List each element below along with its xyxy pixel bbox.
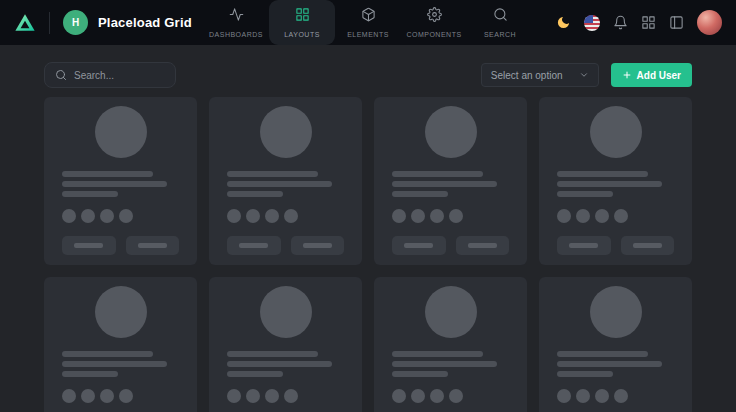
nav-item-elements[interactable]: ELEMENTS	[335, 0, 401, 45]
placeload-card	[539, 97, 692, 265]
nav-label: DASHBOARDS	[209, 31, 263, 38]
nav-item-search[interactable]: SEARCH	[467, 0, 533, 45]
dot-placeholder	[557, 389, 571, 403]
navbar-actions	[556, 10, 722, 35]
dot-placeholder	[119, 389, 133, 403]
avatar-placeholder	[590, 106, 642, 158]
nav-label: SEARCH	[484, 31, 516, 38]
text-placeholder	[557, 351, 674, 377]
sidebar-icon[interactable]	[669, 15, 684, 30]
search-input[interactable]	[74, 70, 165, 81]
placeholder-line	[557, 361, 662, 367]
dot-placeholder	[246, 209, 260, 223]
nav-item-dashboards[interactable]: DASHBOARDS	[203, 0, 269, 45]
avatar-placeholder	[95, 286, 147, 338]
dot-placeholder	[246, 389, 260, 403]
placeholder-line	[62, 371, 118, 377]
brand: H Placeload Grid	[14, 10, 192, 35]
dot-placeholder	[430, 209, 444, 223]
button-placeholder-line	[138, 243, 167, 248]
dots-placeholder	[392, 209, 509, 223]
avatar-placeholder	[425, 106, 477, 158]
toolbar: Select an option Add User	[44, 62, 692, 88]
placeholder-line	[62, 191, 118, 197]
buttons-placeholder	[62, 236, 179, 255]
avatar-placeholder	[95, 106, 147, 158]
toolbar-actions: Select an option Add User	[481, 63, 692, 87]
dot-placeholder	[100, 389, 114, 403]
placeholder-line	[227, 181, 332, 187]
buttons-placeholder	[557, 236, 674, 255]
brand-logo-icon[interactable]	[14, 12, 36, 34]
dot-placeholder	[100, 209, 114, 223]
placeholder-line	[557, 371, 613, 377]
option-select[interactable]: Select an option	[481, 63, 599, 87]
dot-placeholder	[576, 389, 590, 403]
text-placeholder	[557, 171, 674, 197]
placeholder-line	[392, 351, 483, 357]
placeholder-line	[227, 361, 332, 367]
card-grid	[44, 97, 692, 412]
dot-placeholder	[62, 389, 76, 403]
dot-placeholder	[411, 389, 425, 403]
dot-placeholder	[595, 209, 609, 223]
button-placeholder-line	[468, 243, 497, 248]
placeholder-line	[557, 191, 613, 197]
dots-placeholder	[392, 389, 509, 403]
dots-placeholder	[227, 209, 344, 223]
moon-icon[interactable]	[556, 15, 571, 30]
button-placeholder-line	[303, 243, 332, 248]
dot-placeholder	[227, 389, 241, 403]
dot-placeholder	[595, 389, 609, 403]
placeholder-line	[557, 171, 648, 177]
placeholder-line	[392, 361, 497, 367]
placeload-card	[539, 277, 692, 412]
placeholder-line	[392, 191, 448, 197]
nav-label: ELEMENTS	[347, 31, 389, 38]
text-placeholder	[62, 351, 179, 377]
avatar-placeholder	[260, 106, 312, 158]
bell-icon[interactable]	[613, 15, 628, 30]
placeholder-line	[227, 351, 318, 357]
add-user-button[interactable]: Add User	[611, 63, 692, 87]
dots-placeholder	[62, 209, 179, 223]
box-icon	[361, 7, 376, 26]
button-placeholder-line	[239, 243, 268, 248]
nav-item-layouts[interactable]: LAYOUTS	[269, 0, 335, 45]
dot-placeholder	[81, 209, 95, 223]
dot-placeholder	[284, 389, 298, 403]
button-placeholder-line	[404, 243, 433, 248]
nav-label: LAYOUTS	[284, 31, 320, 38]
dot-placeholder	[411, 209, 425, 223]
dot-placeholder	[392, 389, 406, 403]
placeload-card	[374, 97, 527, 265]
us-flag-icon[interactable]	[584, 15, 600, 31]
button-placeholder-line	[74, 243, 103, 248]
placeholder-line	[62, 361, 167, 367]
user-avatar[interactable]	[697, 10, 722, 35]
gear-icon	[427, 7, 442, 26]
dots-placeholder	[62, 389, 179, 403]
dot-placeholder	[265, 389, 279, 403]
dot-placeholder	[614, 209, 628, 223]
button-placeholder	[227, 236, 281, 255]
placeholder-line	[392, 171, 483, 177]
button-placeholder	[456, 236, 510, 255]
dot-placeholder	[81, 389, 95, 403]
main-nav: DASHBOARDS LAYOUTS ELEMENTS COMPONENTS S…	[203, 0, 533, 45]
button-placeholder	[62, 236, 116, 255]
page-title: Placeload Grid	[98, 15, 192, 30]
text-placeholder	[227, 171, 344, 197]
avatar-placeholder	[590, 286, 642, 338]
apps-icon[interactable]	[641, 15, 656, 30]
nav-item-components[interactable]: COMPONENTS	[401, 0, 467, 45]
avatar-placeholder	[260, 286, 312, 338]
dot-placeholder	[284, 209, 298, 223]
placeholder-line	[62, 351, 153, 357]
text-placeholder	[227, 351, 344, 377]
dot-placeholder	[227, 209, 241, 223]
search-box	[44, 62, 176, 88]
add-user-label: Add User	[637, 70, 681, 81]
dot-placeholder	[449, 389, 463, 403]
placeload-card	[209, 97, 362, 265]
